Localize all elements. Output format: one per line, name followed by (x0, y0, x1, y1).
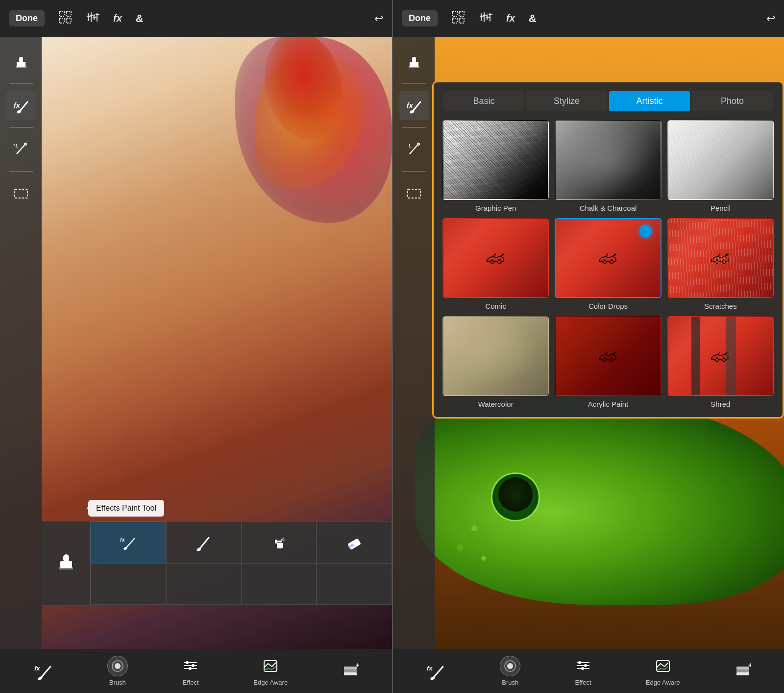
svg-rect-96 (736, 672, 749, 675)
effect-chalk-charcoal-thumb (555, 120, 661, 200)
bottom-edge-aware-button[interactable]: Edge Aware (253, 656, 288, 686)
svg-point-86 (507, 663, 513, 669)
fx-brush-tool[interactable]: fx (6, 91, 36, 120)
right-ampersand-icon[interactable]: & (529, 12, 537, 25)
svg-rect-35 (275, 541, 282, 542)
magic-wand-tool[interactable] (6, 135, 36, 164)
svg-rect-8 (87, 16, 91, 17)
svg-rect-60 (452, 18, 457, 23)
right-panel: Done fx & (392, 0, 784, 693)
svg-rect-71 (412, 57, 416, 63)
svg-rect-95 (736, 667, 749, 669)
right-selection-tool[interactable] (399, 179, 429, 208)
svg-rect-5 (91, 12, 92, 22)
effect-shred-label: Shred (710, 400, 730, 408)
fx-brush-cell[interactable]: fx (91, 521, 166, 563)
svg-rect-67 (483, 15, 487, 16)
effect-color-drops-label: Color Drops (588, 302, 628, 310)
effect-color-drops[interactable]: 🏎 Color Drops (555, 218, 661, 310)
bottom-fx-button[interactable]: fx (31, 659, 55, 683)
svg-rect-55 (344, 667, 357, 669)
paintbrush-cell[interactable] (166, 521, 242, 563)
svg-text:fx: fx (427, 665, 433, 672)
svg-point-46 (115, 663, 121, 669)
right-bottom-edge-aware-button[interactable]: Edge Aware (646, 656, 680, 686)
sub-stamp-icon[interactable] (51, 546, 81, 576)
right-bottom-effect-button[interactable]: Effect (573, 656, 593, 686)
effect-graphic-pen-thumb (442, 120, 549, 200)
svg-point-38 (283, 537, 284, 539)
effect-watercolor-thumb (442, 316, 549, 396)
adjust-icon[interactable] (86, 10, 99, 27)
spray-cell[interactable] (242, 521, 317, 563)
svg-rect-72 (409, 66, 419, 68)
svg-text:+: + (356, 663, 359, 669)
right-adjust-icon[interactable] (479, 10, 492, 27)
svg-line-83 (434, 667, 443, 677)
left-tools-panel: fx (0, 37, 42, 649)
effect-shred[interactable]: 🏎 Shred (667, 316, 774, 408)
right-selection-icon[interactable] (451, 10, 465, 27)
right-done-button[interactable]: Done (402, 10, 438, 26)
right-fx-icon[interactable]: fx (506, 13, 515, 24)
effect-pencil[interactable]: Pencil (667, 120, 774, 212)
bottom-brush-button[interactable]: Brush (107, 656, 128, 686)
bottom-layers-button[interactable]: + (340, 661, 361, 681)
bottom-effect-button[interactable]: Effect (180, 656, 201, 686)
tab-artistic[interactable]: Artistic (609, 91, 690, 111)
effect-comic[interactable]: 🏎 Comic (442, 218, 549, 310)
right-bottom-brush-button[interactable]: Brush (500, 656, 520, 686)
svg-rect-33 (277, 543, 283, 548)
right-magic-wand-tool[interactable] (399, 135, 429, 164)
right-stamp-tool[interactable] (399, 47, 429, 76)
fx-icon[interactable]: fx (113, 13, 122, 24)
brush-label: Brush (109, 679, 126, 686)
svg-line-43 (41, 667, 50, 677)
selection-tool[interactable] (6, 179, 36, 208)
svg-rect-65 (490, 13, 490, 22)
svg-rect-58 (452, 11, 457, 16)
right-edge-aware-label: Edge Aware (646, 679, 680, 686)
svg-rect-11 (96, 14, 99, 15)
left-canvas: fx (0, 37, 392, 649)
effect-scratches[interactable]: 🏎 Scratches (667, 218, 774, 310)
effect-chalk-charcoal[interactable]: Chalk & Charcoal (555, 120, 661, 212)
effect-acrylic-paint-label: Acrylic Paint (588, 400, 629, 408)
right-bottom-layers-button[interactable]: + (733, 661, 753, 681)
svg-rect-1 (66, 11, 71, 16)
fx-panel: Basic Stylize Artistic Photo Graphic Pen (432, 81, 784, 419)
svg-rect-4 (88, 13, 89, 21)
sub-divider (54, 580, 78, 580)
chameleon-pupil (498, 477, 533, 512)
effect-acrylic-paint[interactable]: 🏎 Acrylic Paint (555, 316, 661, 408)
svg-rect-54 (344, 669, 357, 672)
right-canvas: fx (393, 37, 784, 649)
effect-watercolor[interactable]: Watercolor (442, 316, 549, 408)
effect-graphic-pen-label: Graphic Pen (475, 204, 516, 212)
effect-watercolor-label: Watercolor (478, 400, 514, 408)
stamp-tool[interactable] (6, 47, 36, 76)
right-undo-icon[interactable]: ↩ (766, 12, 775, 25)
tab-stylize[interactable]: Stylize (526, 91, 607, 111)
svg-point-23 (24, 144, 26, 145)
right-fx-brush-tool[interactable]: fx (399, 91, 429, 120)
effect-scratches-thumb: 🏎 (667, 218, 774, 298)
effect-comic-thumb: 🏎 (442, 218, 549, 298)
eraser-cell[interactable] (317, 521, 392, 563)
left-undo-icon[interactable]: ↩ (374, 12, 383, 25)
svg-rect-56 (344, 672, 357, 675)
tab-basic[interactable]: Basic (443, 91, 524, 111)
right-bottom-fx-button[interactable]: fx (424, 659, 447, 683)
svg-rect-66 (480, 16, 484, 17)
effect-scratches-label: Scratches (704, 302, 737, 310)
left-done-button[interactable]: Done (9, 10, 45, 26)
selection-icon[interactable] (58, 10, 72, 27)
svg-line-16 (20, 102, 27, 111)
ampersand-icon[interactable]: & (136, 12, 144, 25)
svg-point-36 (281, 539, 283, 541)
svg-text:+: + (748, 663, 751, 669)
svg-text:fx: fx (14, 101, 21, 109)
effect-graphic-pen[interactable]: Graphic Pen (442, 120, 549, 212)
tab-photo[interactable]: Photo (692, 91, 773, 111)
sub-cell-8 (317, 563, 392, 605)
